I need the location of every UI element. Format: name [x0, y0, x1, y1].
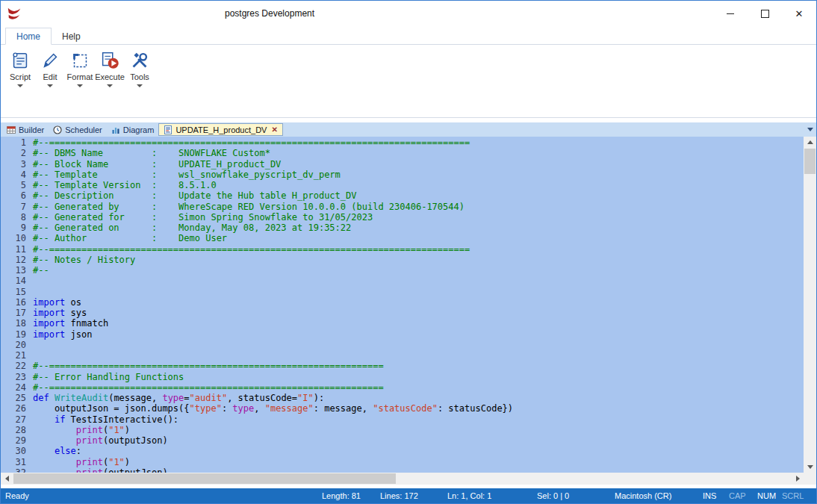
code-token: "message"	[265, 403, 314, 414]
builder-grid-icon	[7, 125, 16, 134]
code-token: #-- Template : wsl_snowflake_pyscript_dv…	[33, 169, 341, 180]
code-line: 5#-- Template Version : 8.5.1.0	[1, 180, 804, 190]
line-number: 2	[1, 148, 33, 158]
code-line: 27 if TestIsInteractive():	[1, 414, 804, 425]
vertical-scroll-thumb[interactable]	[804, 149, 816, 174]
horizontal-scrollbar[interactable]	[1, 473, 804, 485]
line-number: 20	[1, 340, 33, 350]
edit-button[interactable]: Edit	[35, 48, 65, 87]
tab-builder[interactable]: Builder	[2, 123, 49, 136]
line-number: 10	[1, 233, 33, 243]
code-token: #--=====================================…	[33, 382, 384, 393]
tab-list-dropdown-icon[interactable]	[807, 128, 813, 131]
tab-diagram[interactable]: Diagram	[107, 123, 159, 136]
execute-button[interactable]: Execute	[95, 48, 125, 87]
code-token: #--=====================================…	[33, 244, 470, 255]
status-length: Length: 81	[322, 491, 361, 500]
code-line: 31 print("1")	[1, 457, 804, 467]
code-token: import	[33, 308, 65, 318]
tab-scheduler-label: Scheduler	[65, 125, 102, 134]
code-token: #--=====================================…	[33, 137, 470, 148]
line-number: 15	[1, 287, 33, 297]
edit-button-label: Edit	[43, 72, 58, 81]
line-number: 18	[1, 318, 33, 329]
line-number: 8	[1, 212, 33, 223]
horizontal-scroll-thumb[interactable]	[13, 473, 396, 484]
line-number: 19	[1, 329, 33, 340]
execute-button-label: Execute	[95, 72, 125, 81]
maximize-button[interactable]	[748, 1, 782, 26]
close-button[interactable]: ✕	[782, 1, 816, 26]
code-token: "1"	[108, 425, 125, 435]
scroll-right-button[interactable]	[792, 473, 804, 485]
code-token: #-- Notes / History	[33, 255, 135, 265]
tab-update-h-product-dv[interactable]: UPDATE_H_product_DV ✕	[158, 123, 282, 136]
scroll-up-icon	[807, 140, 813, 144]
code-line: 4#-- Template : wsl_snowflake_pyscript_d…	[1, 169, 804, 180]
code-line: 24#--===================================…	[1, 382, 804, 393]
scroll-down-icon	[807, 465, 813, 469]
status-bar: Ready Length: 81 Lines: 172 Ln: 1, Col: …	[1, 488, 816, 503]
line-number: 22	[1, 361, 33, 371]
line-number: 25	[1, 393, 33, 403]
code-token: (outputJson)	[103, 467, 168, 473]
ribbon-tab-home[interactable]: Home	[5, 28, 52, 45]
code-token: if	[55, 414, 65, 425]
code-token: print	[76, 435, 103, 446]
edit-pencil-icon	[39, 49, 61, 72]
code-token: print	[76, 467, 103, 473]
line-number: 4	[1, 169, 33, 180]
code-editor[interactable]: 1#--====================================…	[1, 137, 816, 485]
code-line: 9#-- Generated on : Monday, May 08, 2023…	[1, 223, 804, 233]
code-token	[33, 435, 76, 446]
tab-close-icon[interactable]: ✕	[271, 125, 277, 134]
format-button-label: Format	[67, 72, 93, 81]
execute-dropdown-caret-icon[interactable]	[107, 84, 113, 87]
scroll-down-button[interactable]	[804, 461, 816, 473]
code-line: 17import sys	[1, 308, 804, 318]
code-token: type	[232, 403, 254, 414]
line-number: 12	[1, 255, 33, 265]
code-token: os	[65, 297, 81, 308]
code-token: (outputJson)	[103, 435, 168, 446]
code-token: import	[33, 318, 65, 329]
status-ready: Ready	[5, 491, 29, 500]
line-number: 31	[1, 457, 33, 467]
code-line: 10#-- Author : Demo User	[1, 233, 804, 243]
vertical-scrollbar[interactable]	[804, 137, 816, 473]
code-token: #--=====================================…	[33, 361, 384, 371]
tab-builder-label: Builder	[19, 125, 44, 134]
format-icon	[69, 49, 91, 72]
minimize-button[interactable]	[713, 1, 748, 26]
code-token	[33, 425, 76, 435]
line-number: 26	[1, 403, 33, 414]
scroll-up-button[interactable]	[804, 137, 816, 148]
code-token: #-- Author : Demo User	[33, 233, 227, 243]
status-scrl-indicator: SCRL	[782, 491, 804, 500]
scrollbar-corner	[804, 473, 816, 485]
line-number: 29	[1, 435, 33, 446]
format-button[interactable]: Format	[65, 48, 95, 87]
line-number: 1	[1, 137, 33, 148]
tools-dropdown-caret-icon[interactable]	[137, 84, 143, 87]
tab-scheduler[interactable]: Scheduler	[49, 123, 107, 136]
ribbon-tab-bar: Home Help	[1, 26, 816, 45]
status-cursor-position: Ln: 1, Col: 1	[447, 491, 491, 500]
line-number: 16	[1, 297, 33, 308]
code-lines[interactable]: 1#--====================================…	[1, 137, 804, 473]
code-line: 20	[1, 340, 804, 350]
code-token: , statusCode=	[227, 393, 297, 403]
scroll-left-icon	[5, 476, 9, 482]
script-button[interactable]: Script	[5, 48, 35, 87]
script-dropdown-caret-icon[interactable]	[17, 84, 23, 87]
scroll-left-button[interactable]	[1, 473, 13, 485]
format-dropdown-caret-icon[interactable]	[77, 84, 83, 87]
ribbon-tab-help[interactable]: Help	[52, 28, 91, 44]
line-number: 3	[1, 159, 33, 169]
code-line: 28 print("1")	[1, 425, 804, 435]
edit-dropdown-caret-icon[interactable]	[47, 84, 53, 87]
line-number: 17	[1, 308, 33, 318]
tools-button[interactable]: Tools	[125, 48, 155, 87]
code-line: 21	[1, 350, 804, 361]
minimize-icon	[727, 13, 734, 14]
